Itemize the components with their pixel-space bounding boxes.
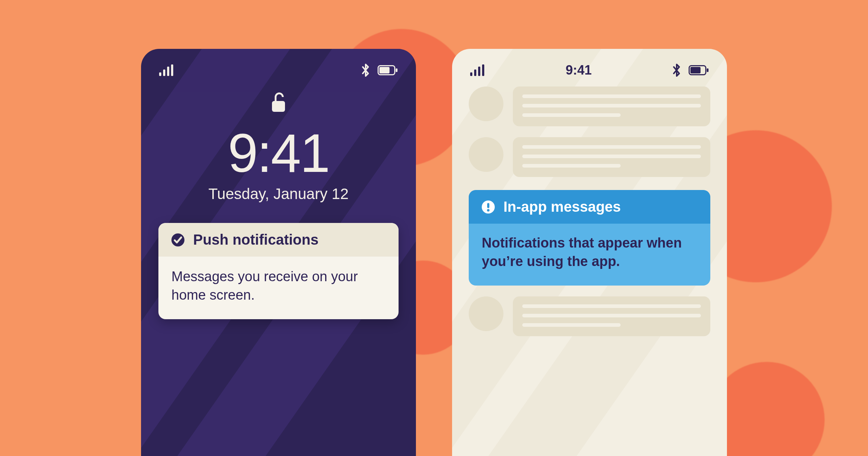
svg-rect-12 [482, 64, 484, 76]
svg-rect-3 [171, 64, 173, 76]
statusbar-time: 9:41 [566, 63, 592, 78]
phones-container: 9:41 Tuesday, January 12 Push notificati… [0, 0, 868, 456]
app-feed: In-app messages Notifications that appea… [452, 81, 727, 336]
push-card-header: Push notifications [158, 223, 399, 257]
content-placeholder [513, 296, 710, 336]
list-item [469, 296, 710, 336]
signal-icon [470, 64, 485, 76]
content-placeholder [513, 86, 710, 126]
svg-rect-15 [707, 68, 709, 72]
svg-rect-0 [159, 72, 161, 76]
inapp-message-card[interactable]: In-app messages Notifications that appea… [469, 190, 710, 286]
svg-rect-7 [272, 101, 285, 112]
svg-rect-1 [163, 69, 165, 76]
svg-rect-5 [379, 67, 390, 73]
battery-icon [689, 65, 709, 75]
bluetooth-icon [362, 64, 370, 77]
status-bar: 9:41 [452, 49, 727, 81]
inapp-card-body: Notifications that appear when you’re us… [469, 224, 710, 286]
status-bar [141, 49, 416, 81]
list-item [469, 137, 710, 177]
push-card-title: Push notifications [193, 232, 319, 248]
unlock-icon [271, 92, 286, 113]
svg-rect-10 [474, 69, 476, 76]
lockscreen-center: 9:41 Tuesday, January 12 [141, 92, 416, 203]
avatar [469, 137, 503, 172]
signal-icon [159, 64, 174, 76]
bluetooth-icon [673, 64, 681, 77]
svg-rect-6 [396, 68, 397, 72]
phone-lockscreen: 9:41 Tuesday, January 12 Push notificati… [141, 49, 416, 456]
phone-inapp: 9:41 [452, 49, 727, 456]
list-item [469, 86, 710, 126]
content-placeholder [513, 137, 710, 177]
avatar [469, 296, 503, 331]
svg-rect-17 [487, 203, 489, 208]
inapp-card-header: In-app messages [469, 190, 710, 224]
exclaim-circle-icon [481, 200, 495, 214]
inapp-card-title: In-app messages [503, 199, 621, 215]
battery-icon [378, 65, 398, 75]
check-circle-icon [171, 233, 185, 247]
svg-rect-11 [478, 67, 480, 76]
lockscreen-date: Tuesday, January 12 [208, 185, 349, 203]
svg-rect-2 [167, 67, 169, 76]
svg-rect-14 [690, 67, 701, 73]
push-card-body: Messages you receive on your home screen… [158, 257, 399, 319]
svg-rect-9 [470, 72, 472, 76]
lockscreen-time: 9:41 [228, 122, 329, 185]
avatar [469, 86, 503, 121]
svg-point-18 [487, 209, 490, 211]
push-notification-card[interactable]: Push notifications Messages you receive … [158, 223, 399, 319]
